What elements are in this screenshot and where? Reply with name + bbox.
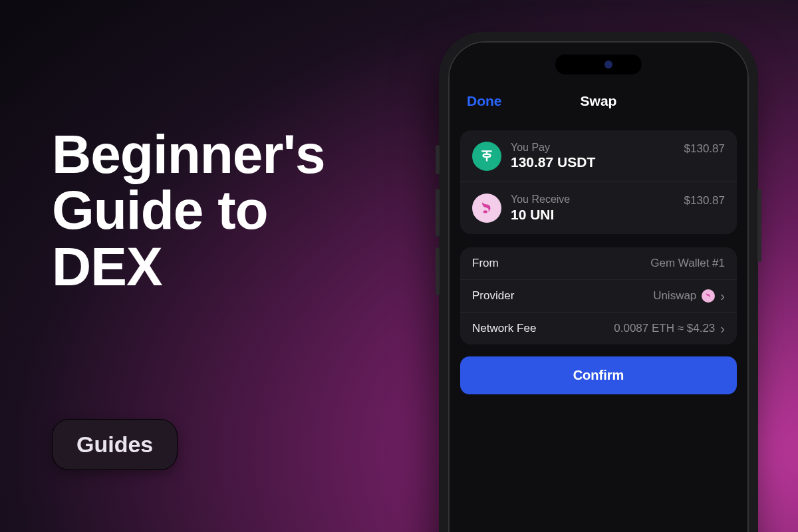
chevron-right-icon: › (720, 322, 725, 335)
you-pay-row[interactable]: You Pay 130.87 USDT $130.87 (460, 130, 737, 182)
you-pay-value: 130.87 USDT (511, 154, 675, 171)
chevron-right-icon: › (720, 289, 725, 303)
phone-side-button (757, 189, 761, 262)
swap-card: You Pay 130.87 USDT $130.87 You Receive … (460, 130, 737, 234)
provider-label: Provider (472, 289, 514, 303)
from-label: From (472, 257, 499, 270)
promo-stage: Beginner'sGuide toDEX Guides Done Swap (0, 0, 798, 532)
network-fee-row[interactable]: Network Fee 0.0087 ETH ≈ $4.23 › (460, 312, 737, 344)
you-pay-usd: $130.87 (684, 142, 725, 156)
you-pay-label: You Pay (511, 141, 675, 154)
provider-value: Uniswap (653, 289, 696, 303)
app-header: Done Swap (450, 80, 747, 122)
provider-row[interactable]: Provider Uniswap › (460, 279, 737, 312)
from-row: From Gem Wallet #1 (460, 247, 737, 279)
usdt-icon (472, 142, 501, 171)
phone-side-button (436, 247, 440, 295)
you-receive-row[interactable]: You Receive 10 UNI $130.87 (460, 182, 737, 233)
headline: Beginner'sGuide toDEX (52, 126, 325, 295)
phone-side-button (436, 189, 440, 237)
confirm-button[interactable]: Confirm (460, 356, 737, 394)
category-pill[interactable]: Guides (52, 419, 178, 470)
app-screen: Done Swap You Pay 13 (450, 43, 747, 532)
network-fee-label: Network Fee (472, 322, 536, 335)
you-receive-value: 10 UNI (511, 206, 675, 223)
from-value: Gem Wallet #1 (650, 257, 725, 270)
uni-icon (472, 194, 501, 223)
you-receive-usd: $130.87 (684, 194, 725, 207)
screen-title: Swap (581, 93, 617, 109)
uniswap-icon (702, 289, 715, 303)
done-button[interactable]: Done (467, 93, 502, 109)
network-fee-value: 0.0087 ETH ≈ $4.23 (614, 322, 715, 335)
you-receive-label: You Receive (511, 193, 675, 205)
phone-side-button (436, 145, 440, 174)
details-card: From Gem Wallet #1 Provider Uniswap › (460, 247, 737, 344)
phone-notch (555, 55, 642, 74)
phone-mockup: Done Swap You Pay 13 (439, 32, 758, 532)
